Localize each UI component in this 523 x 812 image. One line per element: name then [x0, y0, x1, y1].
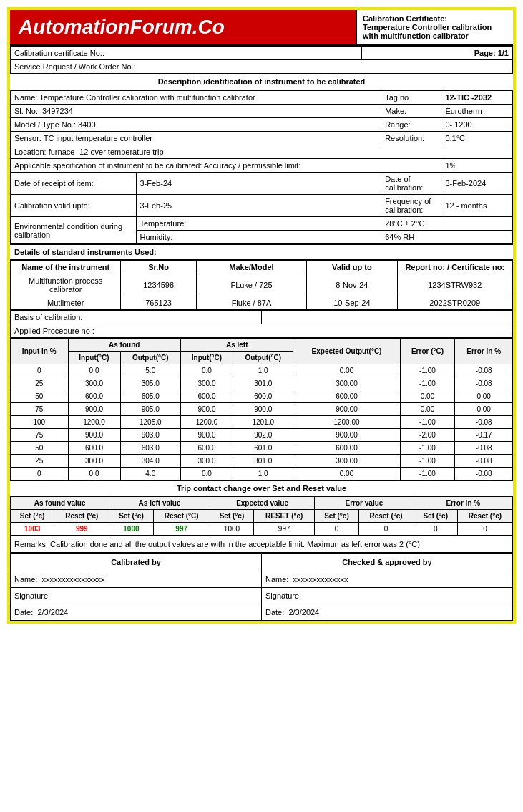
trip-cell: 0: [457, 523, 512, 536]
measurement-cell: 300.0: [180, 377, 233, 390]
cert-subtitle: Temperature Controller calibration with …: [363, 23, 507, 40]
measurement-cell: 25: [11, 455, 69, 468]
measurement-cell: 900.0: [180, 429, 233, 442]
applicable-label: Applicable specification of instrument t…: [11, 159, 441, 173]
measurement-cell: 0.00: [293, 364, 400, 377]
instrument-info-table: Name: Temperature Controller calibration…: [10, 90, 513, 244]
name2-value: xxxxxxxxxxxxxx: [293, 575, 348, 584]
trip-sub-reset3: RESET (°c): [254, 510, 315, 523]
work-order-label: Service Request / Work Order No.:: [11, 60, 513, 74]
measurement-cell: -0.17: [455, 429, 513, 442]
measurement-cell: 600.0: [180, 442, 233, 455]
freq-value: 12 - months: [441, 195, 513, 217]
std-col-name: Name of the instrument: [11, 261, 121, 274]
date2-label: Date:: [265, 608, 284, 617]
tag-no-value: 12-TIC -2032: [441, 91, 513, 105]
trip-sub-reset1: Reset (°c): [54, 510, 109, 523]
trip-errorpct-header: Error in %: [414, 497, 512, 510]
remarks: Remarks: Calibration done and all the ou…: [10, 536, 513, 553]
measurement-cell: 300.0: [180, 455, 233, 468]
make-label: Make:: [381, 105, 441, 118]
measurement-cell: -0.08: [455, 377, 513, 390]
std-col-report: Report no: / Certificate no:: [397, 261, 512, 274]
measurement-cell: 1201.0: [233, 416, 293, 429]
meas-col-asleft: As left: [180, 339, 293, 352]
measurement-cell: 903.0: [120, 429, 180, 442]
measurement-cell: -0.08: [455, 442, 513, 455]
section-title: Description identification of instrument…: [10, 74, 513, 90]
measurement-cell: 902.0: [233, 429, 293, 442]
cert-title: Calibration Certificate:: [363, 14, 507, 23]
temp-label: Temperature:: [136, 217, 381, 231]
measurement-cell: 601.0: [233, 442, 293, 455]
trip-cell: 1003: [11, 523, 54, 536]
sig2-cell: Signature:: [262, 588, 513, 604]
cert-no-table: Calibration certificate No.: Page: 1/1 S…: [10, 46, 513, 74]
measurement-cell: -0.08: [455, 468, 513, 480]
receipt-value: 3-Feb-24: [136, 173, 381, 195]
std-instruments-cell: 10-Sep-24: [307, 296, 397, 310]
trip-sub-set3: Set (°c): [210, 510, 253, 523]
measurement-table: Input in % As found As left Expected Out…: [10, 338, 513, 480]
valid-label: Calibration valid upto:: [11, 195, 137, 217]
date1-label: Date:: [14, 608, 33, 617]
resolution-label: Resolution:: [381, 132, 441, 145]
std-instruments-cell: Mutlimeter: [11, 296, 121, 310]
trip-title: Trip contact change over Set and Reset v…: [10, 480, 513, 496]
trip-sub-reset4: Reset (°c): [358, 510, 414, 523]
trip-cell: 1000: [109, 523, 153, 536]
date2-value: 2/3/2024: [288, 608, 319, 617]
measurement-cell: 0: [11, 468, 69, 480]
measurement-cell: 1.0: [233, 468, 293, 480]
measurement-cell: -0.08: [455, 364, 513, 377]
basis-value: [262, 311, 513, 324]
sig2-label: Signature:: [265, 591, 301, 600]
trip-asleft-header: As left value: [109, 497, 210, 510]
measurement-cell: 305.0: [120, 377, 180, 390]
measurement-cell: 50: [11, 442, 69, 455]
sl-label: Sl. No.: 3497234: [11, 105, 381, 118]
trip-cell: 0: [315, 523, 358, 536]
measurement-cell: 4.0: [120, 468, 180, 480]
measurement-cell: 900.00: [293, 403, 400, 416]
page: AutomationForum.Co Calibration Certifica…: [7, 7, 516, 624]
measurement-cell: 75: [11, 403, 69, 416]
measurement-cell: 0.0: [68, 468, 120, 480]
meas-col-input: Input in %: [11, 339, 69, 364]
measurement-cell: 1200.0: [180, 416, 233, 429]
measurement-cell: 600.00: [293, 442, 400, 455]
humidity-value: 64% RH: [381, 231, 513, 244]
header: AutomationForum.Co Calibration Certifica…: [10, 10, 513, 46]
humidity-label: Humidity:: [136, 231, 381, 244]
measurement-cell: 0.00: [400, 403, 455, 416]
procedure-label: Applied Procedure no :: [11, 324, 513, 338]
std-col-srno: Sr.No: [121, 261, 196, 274]
measurement-cell: 0.00: [455, 390, 513, 403]
measurement-cell: -0.08: [455, 416, 513, 429]
measurement-cell: 0: [11, 364, 69, 377]
location-label: Location: furnace -12 over temperature t…: [11, 145, 513, 159]
tag-no-label: Tag no: [381, 91, 441, 105]
measurement-cell: 900.00: [293, 429, 400, 442]
std-instruments-table: Name of the instrument Sr.No Make/Model …: [10, 260, 513, 310]
measurement-cell: 905.0: [120, 403, 180, 416]
std-instruments-cell: 2022STR0209: [397, 296, 512, 310]
measurement-cell: 600.0: [180, 390, 233, 403]
measurement-cell: 1200.00: [293, 416, 400, 429]
measurement-cell: 0.00: [400, 390, 455, 403]
measurement-cell: 900.0: [180, 403, 233, 416]
meas-col-af-input: Input(°C): [68, 352, 120, 364]
measurement-cell: 1200.0: [68, 416, 120, 429]
date2-cell: Date: 2/3/2024: [262, 604, 513, 621]
trip-sub-set5: Set (°c): [414, 510, 457, 523]
calibrated-by-header: Calibrated by: [11, 554, 262, 571]
name1-value: xxxxxxxxxxxxxxxx: [42, 575, 105, 584]
measurement-cell: 0.0: [68, 364, 120, 377]
calib-date-label: Date of calibration:: [381, 173, 441, 195]
measurement-cell: 301.0: [233, 377, 293, 390]
measurement-cell: 0.00: [293, 468, 400, 480]
trip-expected-header: Expected value: [210, 497, 314, 510]
trip-sub-set1: Set (°c): [11, 510, 54, 523]
measurement-cell: 600.0: [68, 442, 120, 455]
sig-table: Calibrated by Checked & approved by Name…: [10, 553, 513, 621]
